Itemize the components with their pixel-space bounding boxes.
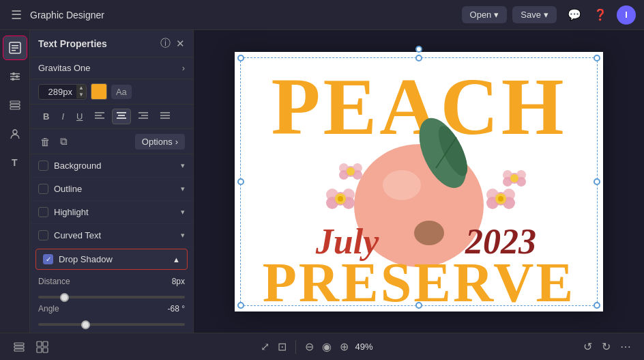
distance-label: Distance	[38, 277, 70, 286]
help-icon[interactable]: ❓	[591, 5, 610, 24]
align-right-button[interactable]	[134, 109, 153, 124]
svg-point-54	[347, 167, 355, 176]
font-arrow-icon: ›	[182, 63, 185, 73]
text-case-button[interactable]: Aa	[111, 85, 132, 99]
close-icon[interactable]: ✕	[176, 38, 185, 50]
action-row: 🗑 ⧉ Options ›	[30, 129, 193, 154]
align-left-button[interactable]	[90, 109, 109, 124]
angle-row: Angle -68 °	[38, 304, 185, 314]
font-size-input[interactable]	[39, 85, 76, 99]
drop-shadow-section[interactable]: ✓ Drop Shadow ▲	[35, 249, 188, 270]
more-options-button[interactable]: ⋯	[618, 338, 633, 355]
outline-arrow-icon: ▾	[181, 184, 185, 193]
angle-value: -68 °	[168, 304, 185, 314]
svg-point-9	[12, 78, 14, 81]
font-selector-row[interactable]: Gravitas One ›	[30, 57, 193, 79]
highlight-checkbox[interactable]	[38, 207, 48, 217]
size-decrement[interactable]: ▼	[76, 92, 86, 98]
drop-shadow-checkbox[interactable]: ✓	[43, 254, 53, 264]
options-button[interactable]: Options ›	[135, 134, 185, 150]
props-header: Text Properties ⓘ ✕	[30, 30, 193, 57]
background-label: Background	[54, 161, 175, 171]
outline-section[interactable]: Outline ▾	[30, 178, 193, 201]
curved-text-checkbox[interactable]	[38, 230, 48, 240]
size-row: ▲ ▼ Aa	[30, 79, 193, 105]
outline-label: Outline	[54, 184, 175, 194]
main-area: T Text Properties ⓘ ✕ Gravitas One › ▲ ▼	[0, 30, 644, 333]
menu-button[interactable]: ☰	[8, 5, 25, 25]
app-title: Graphic Designer	[30, 10, 104, 20]
svg-text:PEACH: PEACH	[272, 62, 567, 152]
zoom-value: 49%	[355, 342, 372, 352]
fit-screen-button[interactable]: ⤢	[259, 338, 272, 355]
canvas-graphic: PEACH	[235, 52, 603, 311]
svg-rect-10	[10, 101, 20, 103]
sidebar-item-properties[interactable]	[3, 36, 27, 60]
avatar[interactable]: I	[617, 5, 636, 25]
zoom-indicator[interactable]: ◉	[320, 338, 334, 355]
svg-rect-2	[12, 48, 18, 49]
svg-point-60	[510, 174, 518, 182]
zoom-in-button[interactable]: ⊕	[338, 338, 351, 355]
svg-rect-64	[14, 343, 24, 345]
angle-slider[interactable]	[38, 323, 185, 326]
align-center-button[interactable]	[112, 109, 131, 124]
highlight-section[interactable]: Highlight ▾	[30, 201, 193, 224]
highlight-label: Highlight	[54, 207, 175, 217]
topbar: ☰ Graphic Designer Open ▾ Save ▾ 💬 ❓ I	[0, 0, 644, 30]
svg-point-41	[338, 196, 343, 202]
sidebar-item-text[interactable]: T	[3, 150, 27, 175]
icon-sidebar: T	[0, 30, 30, 333]
zoom-out-button[interactable]: ⊖	[303, 338, 316, 355]
background-checkbox[interactable]	[38, 161, 48, 171]
size-increment[interactable]: ▲	[76, 85, 86, 92]
background-arrow-icon: ▾	[181, 161, 185, 170]
properties-panel: Text Properties ⓘ ✕ Gravitas One › ▲ ▼ A…	[30, 30, 194, 333]
font-name: Gravitas One	[38, 63, 91, 73]
bottom-right: ↺ ↻ ⋯	[581, 338, 633, 355]
sidebar-item-people[interactable]	[3, 122, 27, 146]
svg-rect-66	[14, 349, 24, 351]
bottom-center: ⤢ ⊡ ⊖ ◉ ⊕ 49%	[259, 338, 372, 355]
svg-text:PRESERVE: PRESERVE	[263, 251, 576, 311]
info-icon[interactable]: ⓘ	[160, 37, 171, 50]
format-row: B I U	[30, 105, 193, 129]
canvas-area[interactable]: PEACH	[194, 30, 644, 333]
curved-text-label: Curved Text	[54, 230, 175, 240]
open-button[interactable]: Open ▾	[462, 6, 508, 23]
svg-rect-67	[37, 342, 42, 346]
text-color-swatch[interactable]	[91, 83, 107, 100]
topbar-center: Open ▾ Save ▾	[462, 6, 557, 23]
background-section[interactable]: Background ▾	[30, 154, 193, 178]
delete-button[interactable]: 🗑	[38, 134, 53, 150]
distance-slider[interactable]	[38, 296, 185, 299]
svg-point-48	[498, 196, 503, 202]
sidebar-item-sliders[interactable]	[3, 64, 27, 89]
grid-toggle-button[interactable]	[34, 339, 50, 355]
chat-icon[interactable]: 💬	[565, 5, 584, 24]
redo-button[interactable]: ↻	[600, 338, 613, 355]
duplicate-button[interactable]: ⧉	[58, 133, 70, 150]
props-title: Text Properties	[38, 38, 107, 49]
underline-button[interactable]: U	[72, 109, 87, 124]
highlight-arrow-icon: ▾	[181, 208, 185, 217]
bottom-left	[11, 339, 50, 355]
svg-point-13	[13, 130, 17, 134]
topbar-right: 💬 ❓ I	[565, 5, 636, 25]
sidebar-item-layers[interactable]	[3, 93, 27, 117]
curved-text-section[interactable]: Curved Text ▾	[30, 224, 193, 247]
italic-button[interactable]: I	[57, 109, 69, 124]
topbar-left: ☰ Graphic Designer	[8, 5, 454, 25]
save-button[interactable]: Save ▾	[512, 6, 557, 23]
slider-section: Distance 8px Angle -68 ° Blur 0px Size 1…	[30, 271, 193, 333]
crop-button[interactable]: ⊡	[276, 338, 289, 355]
curved-text-arrow-icon: ▾	[181, 231, 185, 240]
layers-toggle-button[interactable]	[11, 339, 27, 355]
justify-button[interactable]	[156, 109, 175, 124]
bold-button[interactable]: B	[38, 109, 54, 124]
undo-button[interactable]: ↺	[581, 338, 594, 355]
outline-checkbox[interactable]	[38, 184, 48, 194]
svg-point-31	[414, 221, 444, 245]
canvas[interactable]: PEACH	[235, 52, 603, 311]
svg-text:T: T	[12, 157, 18, 168]
